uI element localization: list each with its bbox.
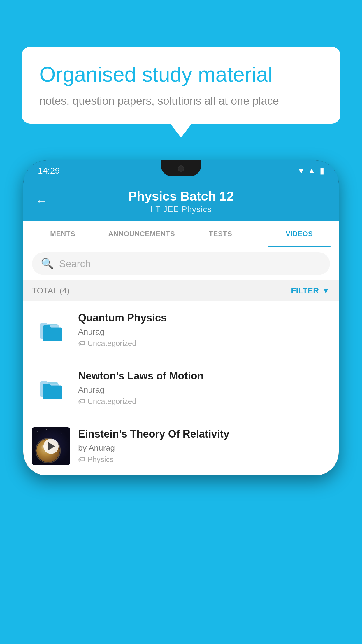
status-time: 14:29 <box>38 166 60 176</box>
play-overlay <box>32 427 70 465</box>
back-button[interactable]: ← <box>35 194 48 208</box>
list-item[interactable]: Newton's Laws of Motion Anurag 🏷 Uncateg… <box>23 359 339 417</box>
search-container: 🔍 Search <box>23 247 339 280</box>
tag-icon: 🏷 <box>78 339 85 347</box>
play-triangle <box>48 442 55 450</box>
video-info: Newton's Laws of Motion Anurag 🏷 Uncateg… <box>78 369 330 406</box>
video-tag: 🏷 Physics <box>78 455 330 464</box>
video-tag: 🏷 Uncategorized <box>78 397 330 406</box>
speech-bubble-subtitle: notes, question papers, solutions all at… <box>39 93 323 109</box>
tag-text: Physics <box>87 455 114 464</box>
video-tag: 🏷 Uncategorized <box>78 339 330 348</box>
app-header: ← Physics Batch 12 IIT JEE Physics <box>23 181 339 221</box>
video-info: Quantum Physics Anurag 🏷 Uncategorized <box>78 311 330 348</box>
folder-icon <box>32 369 70 407</box>
signal-icon <box>307 166 316 175</box>
phone: 14:29 ← Physics Batch 12 IIT JEE Physics… <box>23 160 339 475</box>
filter-bar: TOTAL (4) FILTER ▼ <box>23 280 339 301</box>
video-info: Einstein's Theory Of Relativity by Anura… <box>78 427 330 464</box>
wifi-icon <box>299 165 303 176</box>
video-list: Quantum Physics Anurag 🏷 Uncategorized <box>23 301 339 475</box>
search-icon: 🔍 <box>41 258 54 270</box>
video-title: Einstein's Theory Of Relativity <box>78 427 330 441</box>
play-button[interactable] <box>43 439 59 454</box>
filter-label: FILTER <box>291 286 319 295</box>
notch <box>161 160 201 176</box>
tag-icon: 🏷 <box>78 455 85 463</box>
video-title: Newton's Laws of Motion <box>78 369 330 383</box>
video-author: by Anurag <box>78 443 330 453</box>
speech-bubble-title: Organised study material <box>39 62 323 87</box>
speech-bubble: Organised study material notes, question… <box>22 47 340 124</box>
tabs: MENTS ANNOUNCEMENTS TESTS VIDEOS <box>23 221 339 247</box>
battery-icon <box>320 166 324 176</box>
list-item[interactable]: Quantum Physics Anurag 🏷 Uncategorized <box>23 301 339 359</box>
tab-ments[interactable]: MENTS <box>23 221 102 247</box>
app-title: Physics Batch 12 <box>128 189 234 204</box>
list-item[interactable]: Einstein's Theory Of Relativity by Anura… <box>23 417 339 475</box>
video-thumbnail <box>32 427 70 465</box>
tab-announcements[interactable]: ANNOUNCEMENTS <box>102 221 181 247</box>
filter-icon: ▼ <box>322 286 330 295</box>
camera <box>178 165 184 172</box>
video-author: Anurag <box>78 385 330 395</box>
total-label: TOTAL (4) <box>32 286 70 295</box>
search-bar[interactable]: 🔍 Search <box>32 252 330 275</box>
phone-wrapper: 14:29 ← Physics Batch 12 IIT JEE Physics… <box>23 160 339 644</box>
tag-icon: 🏷 <box>78 397 85 405</box>
app-subtitle: IIT JEE Physics <box>150 205 212 214</box>
folder-icon <box>32 311 70 349</box>
filter-button[interactable]: FILTER ▼ <box>291 286 330 295</box>
video-title: Quantum Physics <box>78 311 330 325</box>
tag-text: Uncategorized <box>87 397 136 406</box>
tab-tests[interactable]: TESTS <box>181 221 260 247</box>
tag-text: Uncategorized <box>87 339 136 348</box>
tab-videos[interactable]: VIDEOS <box>260 221 339 247</box>
status-icons <box>299 165 324 176</box>
search-input[interactable]: Search <box>59 258 91 270</box>
video-author: Anurag <box>78 327 330 337</box>
